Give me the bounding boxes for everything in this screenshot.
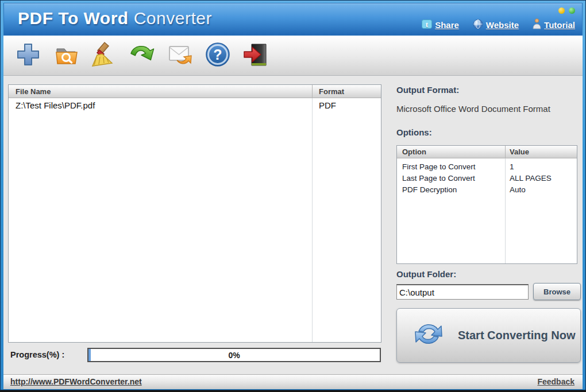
mail-forward-icon xyxy=(167,41,193,69)
progress-value: 0% xyxy=(228,351,240,360)
footer-bar: http://www.PDFWordConverter.net Feedback xyxy=(3,374,583,389)
file-list-column-divider xyxy=(312,85,313,342)
output-folder-label: Output Folder: xyxy=(396,269,456,279)
clear-list-button[interactable] xyxy=(90,40,118,71)
option-value: ALL PAGES xyxy=(510,174,552,183)
start-converting-label: Start Converting Now xyxy=(458,329,575,342)
output-format-value: Microsoft Office Word Document Format xyxy=(396,104,550,114)
options-table-header: Option Value xyxy=(397,146,577,158)
option-name: Last Page to Convert xyxy=(402,174,475,183)
feedback-link[interactable]: Feedback xyxy=(537,377,575,386)
options-table: Option Value First Page to Convert 1 Las… xyxy=(396,145,577,264)
twitter-icon: t xyxy=(422,20,432,30)
column-header-file-name[interactable]: File Name xyxy=(16,87,51,96)
titlebar-links: t Share Website xyxy=(422,18,575,31)
format-cell: PDF xyxy=(319,100,336,110)
option-row-last-page[interactable]: Last Page to Convert ALL PAGES xyxy=(397,172,577,184)
broom-icon xyxy=(91,41,117,69)
plus-icon xyxy=(15,41,41,69)
option-row-first-page[interactable]: First Page to Convert 1 xyxy=(397,161,577,172)
share-link-label: Share xyxy=(435,20,459,30)
website-link[interactable]: Website xyxy=(473,18,519,31)
folder-search-icon xyxy=(53,41,79,69)
output-folder-input[interactable] xyxy=(396,284,529,300)
file-list: File Name Format Z:\Test Files\PDF.pdf P… xyxy=(8,84,381,343)
convert-button[interactable] xyxy=(128,40,156,71)
file-list-row[interactable]: Z:\Test Files\PDF.pdf PDF xyxy=(9,98,381,113)
output-format-label: Output Format: xyxy=(396,85,459,95)
app-title: PDF To WordConverter xyxy=(18,9,212,28)
options-label: Options: xyxy=(396,127,432,137)
minimize-button[interactable] xyxy=(558,7,565,14)
tutorial-link[interactable]: Tutorial xyxy=(533,18,575,31)
exit-button[interactable] xyxy=(241,40,270,71)
website-link-label: Website xyxy=(486,20,519,30)
column-header-option[interactable]: Option xyxy=(402,148,426,156)
main-content: File Name Format Z:\Test Files\PDF.pdf P… xyxy=(3,76,583,374)
globe-icon xyxy=(473,19,483,31)
title-bar: PDF To WordConverter t Share xyxy=(3,3,583,36)
column-header-value[interactable]: Value xyxy=(510,148,529,156)
close-button[interactable] xyxy=(569,7,575,14)
send-email-button[interactable] xyxy=(165,40,194,71)
options-header-divider xyxy=(505,146,506,158)
app-title-secondary: Converter xyxy=(134,9,212,28)
green-arrow-icon xyxy=(129,41,155,69)
tutorial-link-label: Tutorial xyxy=(544,20,575,30)
window-controls xyxy=(558,7,575,14)
svg-text:?: ? xyxy=(213,46,222,63)
file-name-cell: Z:\Test Files\PDF.pdf xyxy=(16,100,95,110)
app-title-primary: PDF To Word xyxy=(18,9,129,28)
exit-door-icon xyxy=(242,41,269,69)
question-icon: ? xyxy=(205,41,231,69)
option-row-pdf-decryption[interactable]: PDF Decryption Auto xyxy=(397,184,577,195)
app-window: PDF To WordConverter t Share xyxy=(0,0,586,392)
progress-label: Progress(%) : xyxy=(10,350,64,359)
progress-bar: 0% xyxy=(87,348,381,362)
browse-files-button[interactable] xyxy=(52,40,80,71)
option-name: First Page to Convert xyxy=(402,162,476,171)
svg-text:t: t xyxy=(426,20,429,28)
start-converting-button[interactable]: Start Converting Now xyxy=(396,308,581,363)
website-url-link[interactable]: http://www.PDFWordConverter.net xyxy=(10,377,142,386)
file-list-header-divider xyxy=(312,85,313,98)
sync-arrows-icon xyxy=(412,317,445,354)
help-button[interactable]: ? xyxy=(203,40,232,71)
option-value: Auto xyxy=(510,185,526,194)
file-list-header: File Name Format xyxy=(9,85,381,98)
browse-folder-button[interactable]: Browse xyxy=(533,283,581,300)
option-name: PDF Decryption xyxy=(402,185,457,194)
progress-fill xyxy=(88,349,91,361)
share-link[interactable]: t Share xyxy=(422,18,459,31)
add-files-button[interactable] xyxy=(14,40,43,71)
toolbar: ? xyxy=(3,36,583,76)
option-value: 1 xyxy=(510,162,514,171)
column-header-format[interactable]: Format xyxy=(319,87,344,96)
person-icon xyxy=(533,18,541,31)
